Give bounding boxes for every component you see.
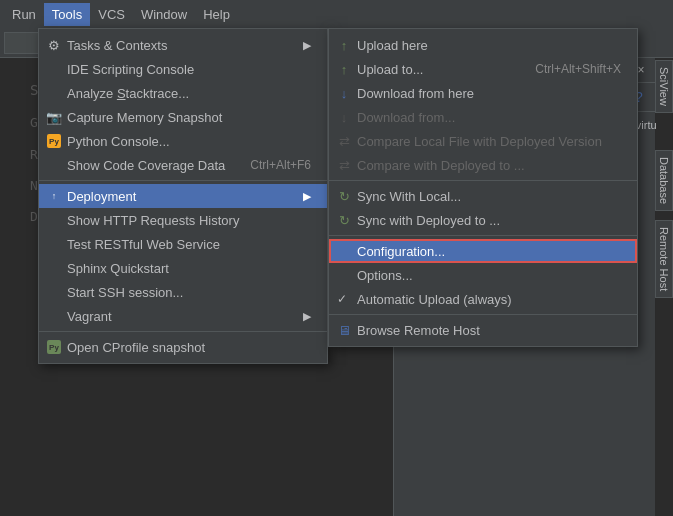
coverage-shortcut: Ctrl+Alt+F6 bbox=[250, 158, 311, 172]
sub-sep-1 bbox=[329, 180, 637, 181]
menu-deployment[interactable]: ↑ Deployment ▶ bbox=[39, 184, 327, 208]
sub-sync-local[interactable]: ↻ Sync With Local... bbox=[329, 184, 637, 208]
menu-vcs[interactable]: VCS bbox=[90, 3, 133, 26]
compare-deployed-icon: ⇄ bbox=[335, 158, 353, 173]
sub-configuration[interactable]: Configuration... bbox=[329, 239, 637, 263]
deployment-icon: ↑ bbox=[45, 189, 63, 203]
cprofile-icon: Py bbox=[45, 340, 63, 354]
database-tab[interactable]: Database bbox=[655, 150, 673, 211]
menu-tasks-contexts[interactable]: ⚙ Tasks & Contexts ▶ bbox=[39, 33, 327, 57]
upload-to-icon: ↑ bbox=[335, 62, 353, 77]
python-icon: Py bbox=[45, 134, 63, 148]
compare-local-icon: ⇄ bbox=[335, 134, 353, 149]
menu-cprofile[interactable]: Py Open CProfile snapshot bbox=[39, 335, 327, 359]
menu-ide-scripting[interactable]: IDE Scripting Console bbox=[39, 57, 327, 81]
sub-upload-to[interactable]: ↑ Upload to... Ctrl+Alt+Shift+X bbox=[329, 57, 637, 81]
menu-python-console[interactable]: Py Python Console... bbox=[39, 129, 327, 153]
auto-upload-check: ✓ bbox=[337, 292, 347, 306]
menu-window[interactable]: Window bbox=[133, 3, 195, 26]
sub-upload-here[interactable]: ↑ Upload here bbox=[329, 33, 637, 57]
separator-2 bbox=[39, 331, 327, 332]
tasks-arrow: ▶ bbox=[303, 39, 311, 52]
sub-download-from: ↓ Download from... bbox=[329, 105, 637, 129]
sub-options[interactable]: Options... bbox=[329, 263, 637, 287]
menu-run[interactable]: Run bbox=[4, 3, 44, 26]
sub-download-here[interactable]: ↓ Download from here bbox=[329, 81, 637, 105]
deployment-submenu: ↑ Upload here ↑ Upload to... Ctrl+Alt+Sh… bbox=[328, 28, 638, 347]
sync-deployed-icon: ↻ bbox=[335, 213, 353, 228]
menu-help[interactable]: Help bbox=[195, 3, 238, 26]
sub-auto-upload[interactable]: ✓ Automatic Upload (always) bbox=[329, 287, 637, 311]
sub-sep-3 bbox=[329, 314, 637, 315]
menu-code-coverage[interactable]: Show Code Coverage Data Ctrl+Alt+F6 bbox=[39, 153, 327, 177]
upload-here-icon: ↑ bbox=[335, 38, 353, 53]
menu-tools[interactable]: Tools bbox=[44, 3, 90, 26]
browse-icon: 🖥 bbox=[335, 323, 353, 338]
menu-capture-memory[interactable]: 📷 Capture Memory Snapshot bbox=[39, 105, 327, 129]
tools-menu: ⚙ Tasks & Contexts ▶ IDE Scripting Conso… bbox=[38, 28, 328, 364]
configuration-label: Configuration... bbox=[357, 244, 445, 259]
menu-sphinx[interactable]: Sphinx Quickstart bbox=[39, 256, 327, 280]
download-here-icon: ↓ bbox=[335, 86, 353, 101]
tasks-icon: ⚙ bbox=[45, 38, 63, 53]
upload-to-shortcut: Ctrl+Alt+Shift+X bbox=[535, 62, 621, 76]
separator-1 bbox=[39, 180, 327, 181]
memory-icon: 📷 bbox=[45, 110, 63, 125]
sync-local-icon: ↻ bbox=[335, 189, 353, 204]
vagrant-arrow: ▶ bbox=[303, 310, 311, 323]
sub-sep-2 bbox=[329, 235, 637, 236]
menu-restful[interactable]: Test RESTful Web Service bbox=[39, 232, 327, 256]
sub-sync-deployed[interactable]: ↻ Sync with Deployed to ... bbox=[329, 208, 637, 232]
sub-compare-local: ⇄ Compare Local File with Deployed Versi… bbox=[329, 129, 637, 153]
menubar: Run Tools VCS Window Help bbox=[0, 0, 673, 28]
menu-ssh[interactable]: Start SSH session... bbox=[39, 280, 327, 304]
deployment-arrow: ▶ bbox=[303, 190, 311, 203]
menu-vagrant[interactable]: Vagrant ▶ bbox=[39, 304, 327, 328]
sub-browse-remote[interactable]: 🖥 Browse Remote Host bbox=[329, 318, 637, 342]
sub-compare-deployed: ⇄ Compare with Deployed to ... bbox=[329, 153, 637, 177]
menu-analyze-stacktrace[interactable]: Analyze Stacktrace... bbox=[39, 81, 327, 105]
download-from-icon: ↓ bbox=[335, 110, 353, 125]
scview-tab[interactable]: SciView bbox=[655, 60, 673, 113]
remote-host-tab[interactable]: Remote Host bbox=[655, 220, 673, 298]
menu-http-requests[interactable]: Show HTTP Requests History bbox=[39, 208, 327, 232]
